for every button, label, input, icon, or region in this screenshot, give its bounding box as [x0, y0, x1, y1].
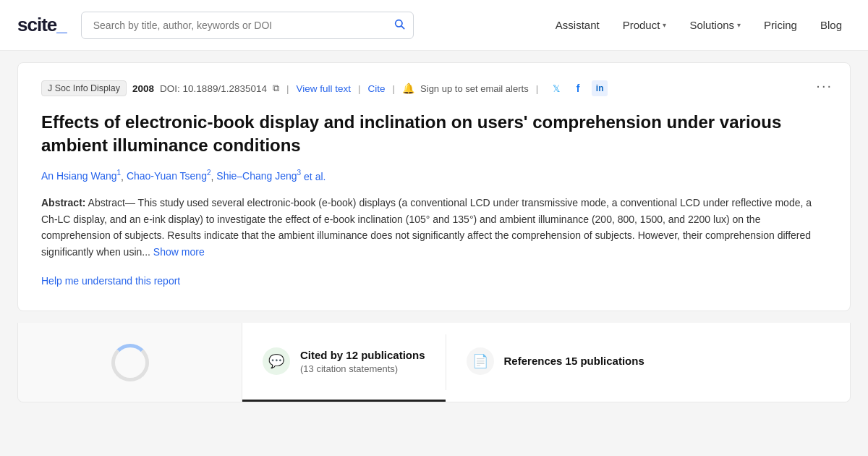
separator: | [536, 83, 539, 94]
separator: | [358, 83, 361, 94]
abstract-label: Abstract: [41, 197, 85, 208]
doi-text: DOI: 10.1889/1.2835014 [160, 83, 267, 94]
nav-item-product[interactable]: Product ▾ [614, 13, 676, 37]
author-3[interactable]: Shie–Chang Jeng3 [216, 170, 301, 182]
bottom-section: 💬 Cited by 12 publications (13 citation … [17, 323, 851, 402]
nav-item-assistant[interactable]: Assistant [547, 13, 608, 37]
site-logo[interactable]: scite_ [17, 14, 67, 36]
chevron-down-icon: ▾ [663, 21, 666, 29]
nav-item-pricing[interactable]: Pricing [755, 13, 806, 37]
abstract-section: Abstract: Abstract— This study used seve… [41, 195, 827, 260]
paper-title: Effects of electronic-book display and i… [41, 111, 827, 158]
search-input[interactable] [81, 12, 414, 39]
svg-point-0 [395, 20, 401, 26]
paper-card: ··· J Soc Info Display 2008 DOI: 10.1889… [17, 62, 851, 311]
show-more-link[interactable]: Show more [153, 246, 205, 258]
nav-item-solutions[interactable]: Solutions ▾ [681, 13, 749, 37]
cited-by-title: Cited by 12 publications [300, 348, 425, 363]
author-1[interactable]: An Hsiang Wang1 [41, 170, 121, 182]
main-nav: Assistant Product ▾ Solutions ▾ Pricing … [547, 13, 851, 37]
search-icon [393, 18, 405, 33]
social-icons: 𝕏 f in [548, 80, 608, 96]
email-alert-text[interactable]: Sign up to set email alerts [420, 83, 529, 94]
help-understand-link[interactable]: Help me understand this report [41, 275, 180, 287]
cited-by-icon: 💬 [263, 347, 290, 375]
references-title: References 15 publications [504, 354, 644, 368]
et-al-link[interactable]: et al. [304, 170, 326, 182]
references-icon: 📄 [467, 347, 494, 375]
cite-link[interactable]: Cite [368, 83, 386, 94]
chevron-down-icon: ▾ [737, 21, 741, 29]
paper-meta-bar: J Soc Info Display 2008 DOI: 10.1889/1.2… [41, 80, 827, 96]
linkedin-icon[interactable]: in [592, 80, 608, 96]
svg-line-1 [401, 26, 404, 28]
header: scite_ Assistant Product ▾ Solutions ▾ P… [0, 0, 868, 51]
loading-panel [18, 323, 242, 402]
view-full-text-link[interactable]: View full text [296, 83, 351, 94]
separator: | [393, 83, 396, 94]
separator: | [286, 83, 289, 94]
citation-tabs-panel: 💬 Cited by 12 publications (13 citation … [242, 323, 850, 402]
authors-list: An Hsiang Wang1, Chao-Yuan Tseng2, Shie–… [41, 169, 827, 182]
tab-references[interactable]: 📄 References 15 publications [446, 323, 665, 402]
search-bar [81, 12, 414, 39]
publication-year: 2008 [132, 83, 154, 94]
cited-by-subtitle: (13 citation statements) [300, 363, 425, 374]
more-options-button[interactable]: ··· [816, 77, 833, 94]
loading-spinner [111, 344, 149, 381]
twitter-icon[interactable]: 𝕏 [548, 80, 564, 96]
nav-item-blog[interactable]: Blog [812, 13, 851, 37]
tab-cited-by[interactable]: 💬 Cited by 12 publications (13 citation … [242, 323, 446, 402]
journal-badge: J Soc Info Display [41, 80, 127, 96]
facebook-icon[interactable]: f [570, 80, 586, 96]
author-2[interactable]: Chao-Yuan Tseng2 [127, 170, 211, 182]
bell-icon: 🔔 [402, 83, 414, 94]
copy-icon[interactable]: ⧉ [273, 83, 279, 94]
